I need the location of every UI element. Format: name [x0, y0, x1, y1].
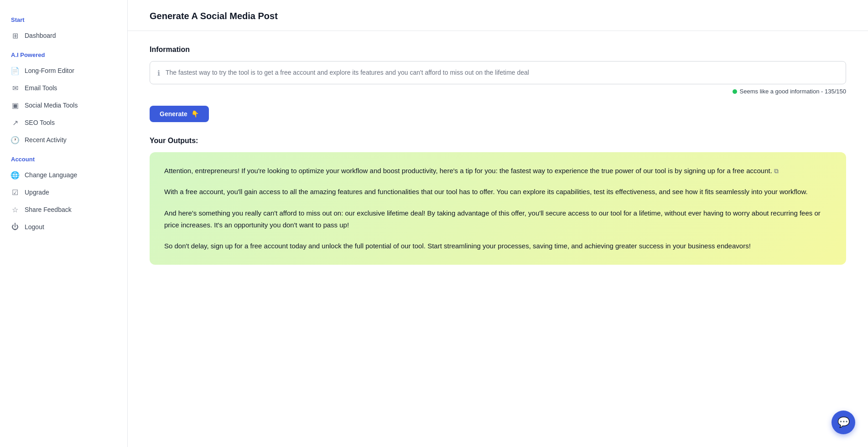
email-tools-label: Email Tools — [25, 84, 57, 92]
outputs-label: Your Outputs: — [150, 137, 846, 145]
main-content: Generate A Social Media Post Information… — [128, 0, 868, 447]
sidebar-item-recent-activity[interactable]: 🕐 Recent Activity — [0, 131, 127, 149]
sidebar-item-email-tools[interactable]: ✉ Email Tools — [0, 79, 127, 97]
sidebar-item-dashboard[interactable]: ⊞ Dashboard — [0, 27, 127, 44]
change-language-label: Change Language — [25, 171, 77, 179]
output-paragraph-3: And here's something you really can't af… — [164, 207, 832, 231]
social-icon: ▣ — [11, 101, 19, 109]
sidebar: Start ⊞ Dashboard A.I Powered 📄 Long-For… — [0, 0, 128, 447]
upgrade-icon: ☑ — [11, 188, 19, 196]
chat-button[interactable]: 💬 — [832, 411, 855, 434]
email-icon: ✉ — [11, 84, 19, 92]
info-icon: ℹ — [157, 69, 160, 77]
sidebar-item-seo[interactable]: ↗ SEO Tools — [0, 114, 127, 131]
info-section-label: Information — [150, 46, 846, 54]
generate-button[interactable]: Generate 👇 — [150, 106, 209, 122]
star-icon: ☆ — [11, 206, 19, 214]
copy-icon-1[interactable]: ⧉ — [774, 167, 779, 175]
account-label: Account — [0, 149, 127, 166]
clock-icon: 🕐 — [11, 136, 19, 144]
ai-powered-label: A.I Powered — [0, 44, 127, 62]
generate-btn-label: Generate — [160, 110, 187, 118]
seo-icon: ↗ — [11, 118, 19, 127]
content-body: Information ℹ The fastest way to try the… — [128, 31, 868, 279]
start-label: Start — [0, 9, 127, 27]
sidebar-item-logout[interactable]: ⏻ Logout — [0, 218, 127, 236]
output-box: Attention, entrepreneurs! If you're look… — [150, 152, 846, 265]
long-form-label: Long-Form Editor — [25, 67, 74, 74]
seo-label: SEO Tools — [25, 119, 55, 126]
char-count-text: Seems like a good information - 135/150 — [740, 88, 846, 95]
output-paragraph-2: With a free account, you'll gain access … — [164, 186, 832, 198]
globe-icon: 🌐 — [11, 171, 19, 179]
logout-label: Logout — [25, 223, 44, 231]
social-media-label: Social Media Tools — [25, 102, 78, 109]
output-paragraph-4: So don't delay, sign up for a free accou… — [164, 240, 832, 252]
sidebar-item-change-language[interactable]: 🌐 Change Language — [0, 166, 127, 184]
status-dot — [733, 89, 737, 94]
page-header: Generate A Social Media Post — [128, 0, 868, 31]
dashboard-icon: ⊞ — [11, 31, 19, 40]
sidebar-item-long-form[interactable]: 📄 Long-Form Editor — [0, 62, 127, 79]
recent-activity-label: Recent Activity — [25, 136, 67, 144]
page-title: Generate A Social Media Post — [150, 11, 846, 21]
char-count-row: Seems like a good information - 135/150 — [150, 88, 846, 95]
document-icon: 📄 — [11, 67, 19, 75]
chat-icon: 💬 — [837, 416, 850, 428]
info-input-area[interactable]: ℹ The fastest way to try the tool is to … — [150, 61, 846, 84]
dashboard-label: Dashboard — [25, 32, 56, 39]
share-feedback-label: Share Feedback — [25, 206, 72, 213]
generate-btn-emoji: 👇 — [191, 110, 199, 118]
sidebar-item-upgrade[interactable]: ☑ Upgrade — [0, 184, 127, 201]
output-paragraph-1: Attention, entrepreneurs! If you're look… — [164, 165, 832, 177]
logout-icon: ⏻ — [11, 223, 19, 231]
info-input-text: The fastest way to try the tool is to ge… — [166, 68, 838, 77]
sidebar-item-social-media[interactable]: ▣ Social Media Tools — [0, 97, 127, 114]
sidebar-item-share-feedback[interactable]: ☆ Share Feedback — [0, 201, 127, 218]
upgrade-label: Upgrade — [25, 189, 49, 196]
